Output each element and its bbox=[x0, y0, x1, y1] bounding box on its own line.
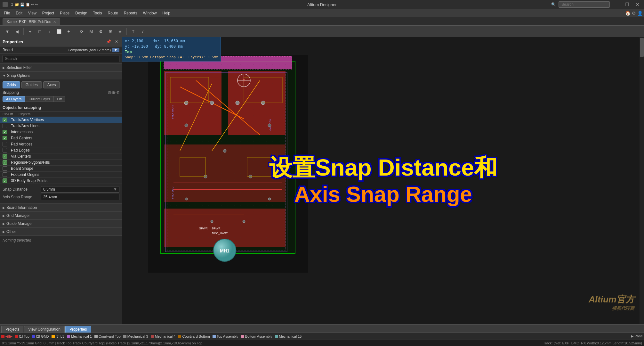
menu-reports[interactable]: Reports bbox=[121, 10, 140, 16]
snap-tab-grids[interactable]: Grids bbox=[3, 81, 20, 88]
snap-options-header[interactable]: ▼ Snap Options bbox=[0, 72, 122, 79]
menu-view[interactable]: View bbox=[26, 10, 39, 16]
board-info-arrow: ▶ bbox=[3, 206, 5, 210]
pin-button[interactable]: 📌 bbox=[105, 39, 112, 44]
title-search-input[interactable] bbox=[559, 1, 610, 8]
properties-search-input[interactable] bbox=[3, 55, 119, 62]
board-info-header[interactable]: ▶ Board Information bbox=[0, 204, 122, 211]
snap-row-via-centers[interactable]: Via Centers bbox=[0, 153, 122, 160]
close-button[interactable]: ✕ bbox=[634, 1, 641, 8]
menu-edit[interactable]: Edit bbox=[13, 10, 25, 16]
snap-row-track-arcs-lines[interactable]: Track/Arcs Lines bbox=[0, 123, 122, 129]
tab-close-icon[interactable]: ✕ bbox=[53, 20, 56, 24]
snap-row-track-arcs-vertices[interactable]: Track/Arcs Vertices bbox=[0, 117, 122, 123]
settings-icon[interactable]: ⚙ bbox=[632, 11, 636, 16]
menu-place[interactable]: Place bbox=[57, 10, 72, 16]
snap-distance-dropdown-icon[interactable]: ▼ bbox=[113, 187, 117, 192]
snap-checkbox-4[interactable] bbox=[3, 142, 7, 146]
layer-l3[interactable]: [3] L3 bbox=[52, 334, 65, 338]
menu-help[interactable]: Help bbox=[160, 10, 173, 16]
layer-ls-arrow-right[interactable]: ▶ bbox=[9, 334, 12, 339]
account-icon[interactable]: 👤 bbox=[637, 11, 643, 16]
minimize-button[interactable]: — bbox=[612, 1, 621, 8]
snap-tab-guides[interactable]: Guides bbox=[21, 81, 42, 88]
layer-top-assembly[interactable]: Top Assembly bbox=[213, 334, 238, 338]
snapping-all-layers[interactable]: All Layers bbox=[3, 96, 25, 102]
layer-courtyard-top[interactable]: Courtyard Top bbox=[94, 334, 121, 338]
tab-pcbdoc[interactable]: Kame_EXP_BRK.PcbDoc ✕ bbox=[3, 18, 60, 25]
menu-window[interactable]: Window bbox=[141, 10, 159, 16]
snap-row-regions-polygons[interactable]: Regions/Polygons/Fills bbox=[0, 160, 122, 166]
panel-close-button[interactable]: ✕ bbox=[114, 39, 119, 44]
layer-mechanical1[interactable]: Mechanical 1 bbox=[67, 334, 92, 338]
menu-route[interactable]: Route bbox=[105, 10, 121, 16]
layer-mechanical15[interactable]: Mechanical 15 bbox=[275, 334, 302, 338]
snapping-off[interactable]: Off bbox=[54, 96, 65, 102]
snap-row-board-shape[interactable]: Board Shape bbox=[0, 166, 122, 172]
layer-page-indicator[interactable]: ▶ Pane bbox=[631, 334, 643, 338]
scroll-thumb[interactable] bbox=[640, 38, 644, 57]
layer-top[interactable]: [1] Top bbox=[15, 334, 29, 338]
canvas-area[interactable]: x: 2,100 dx: -15,650 mm y: -19,100 dy: 8… bbox=[122, 37, 644, 324]
filter-button[interactable]: ▼ bbox=[112, 48, 119, 52]
tab-projects[interactable]: Projects bbox=[1, 326, 23, 333]
snapping-current-layer[interactable]: Current Layer bbox=[25, 96, 53, 102]
snap-checkbox-1[interactable] bbox=[3, 124, 7, 128]
snap-checkbox-2[interactable] bbox=[3, 130, 7, 134]
drc-btn[interactable]: ◈ bbox=[116, 27, 124, 36]
resize-btn[interactable]: ↕ bbox=[45, 27, 53, 36]
line-btn[interactable]: / bbox=[139, 27, 147, 36]
snap-row-footprint-origins[interactable]: Footprint Origins bbox=[0, 172, 122, 178]
grid-btn[interactable]: ⊞ bbox=[106, 27, 115, 36]
selection-filter-header[interactable]: ▶ Selection Filter bbox=[0, 64, 122, 71]
snap-row-3d-body[interactable]: 3D Body Snap Points bbox=[0, 178, 122, 184]
rect-btn[interactable]: □ bbox=[36, 27, 44, 36]
snap-row-pad-centers[interactable]: Pad Centers bbox=[0, 135, 122, 141]
layer-ls[interactable]: ◀ ▶ bbox=[1, 334, 12, 339]
snap-row-pad-edges[interactable]: Pad Edges bbox=[0, 147, 122, 153]
snap-checkbox-3[interactable] bbox=[3, 136, 7, 140]
tab-properties[interactable]: Properties bbox=[65, 326, 91, 333]
snap-tab-axes[interactable]: Axes bbox=[43, 81, 60, 88]
move-btn[interactable]: M bbox=[87, 27, 95, 36]
menu-design[interactable]: Design bbox=[73, 10, 90, 16]
layer-ls-arrow-left[interactable]: ◀ bbox=[5, 334, 8, 339]
other-header[interactable]: ▶ Other bbox=[0, 228, 122, 235]
add-btn[interactable]: + bbox=[26, 27, 34, 36]
snap-distance-input[interactable]: 0.5mm ▼ bbox=[41, 186, 119, 193]
rotate-btn[interactable]: ⟳ bbox=[77, 27, 86, 36]
maximize-button[interactable]: ❐ bbox=[623, 1, 631, 8]
menu-tools[interactable]: Tools bbox=[91, 10, 105, 16]
layer-mechanical4[interactable]: Mechanical 4 bbox=[151, 334, 176, 338]
home-icon[interactable]: 🏠 bbox=[625, 11, 631, 16]
axis-snap-range-input[interactable]: 25.4mm bbox=[41, 194, 119, 200]
layer-gnd[interactable]: [2] GND bbox=[32, 334, 49, 338]
snap-checkbox-6[interactable] bbox=[3, 154, 7, 159]
guide-manager-header[interactable]: ▶ Guide Manager bbox=[0, 220, 122, 227]
snap-checkbox-5[interactable] bbox=[3, 148, 7, 152]
snap-row-intersections[interactable]: Intersections bbox=[0, 129, 122, 135]
layer-bottom-assembly[interactable]: Bottom Assembly bbox=[241, 334, 272, 338]
snap-checkbox-0[interactable] bbox=[3, 118, 7, 122]
layer-mechanical3[interactable]: Mechanical 3 bbox=[123, 334, 148, 338]
grid-manager-header[interactable]: ▶ Grid Manager bbox=[0, 212, 122, 219]
star-btn[interactable]: ✦ bbox=[64, 27, 73, 36]
snap-checkbox-9[interactable] bbox=[3, 172, 7, 177]
scrollbar[interactable] bbox=[640, 37, 644, 324]
back-btn[interactable]: ◀ bbox=[13, 27, 21, 36]
tab-view-configuration[interactable]: View Configuration bbox=[24, 326, 65, 333]
altium-watermark-sub: 授权代理商 bbox=[589, 306, 634, 311]
menu-project[interactable]: Project bbox=[40, 10, 57, 16]
layer-courtyard-bottom[interactable]: Courtyard Bottom bbox=[178, 334, 210, 338]
filter-btn[interactable]: ▼ bbox=[3, 27, 12, 36]
grid-manager-section: ▶ Grid Manager bbox=[0, 212, 122, 220]
snap-btn[interactable]: ⬜ bbox=[55, 27, 63, 36]
snap-row-pad-vertices[interactable]: Pad Vertices bbox=[0, 141, 122, 147]
gear-btn[interactable]: ⚙ bbox=[97, 27, 105, 36]
snap-checkbox-8[interactable] bbox=[3, 166, 7, 171]
snap-checkbox-7[interactable] bbox=[3, 160, 7, 165]
snap-checkbox-10[interactable] bbox=[3, 178, 7, 183]
text-btn[interactable]: T bbox=[129, 27, 137, 36]
layer-dot-mechanical4 bbox=[151, 335, 154, 338]
menu-file[interactable]: File bbox=[1, 10, 12, 16]
